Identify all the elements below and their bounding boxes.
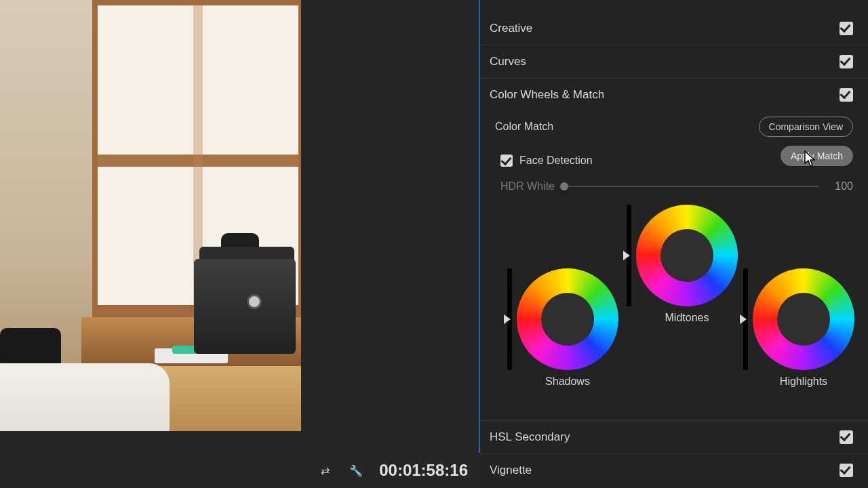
section-title: Curves — [490, 55, 526, 68]
section-toggle-creative[interactable] — [840, 22, 853, 35]
hdr-white-value[interactable]: 100 — [829, 180, 853, 192]
swap-icon[interactable]: ⇄ — [317, 464, 333, 477]
slider-thumb-icon[interactable] — [623, 251, 630, 260]
slider-thumb-icon[interactable] — [504, 314, 511, 324]
color-wheels: Shadows Midtones Highlights — [495, 205, 853, 408]
section-header-vignette[interactable]: Vignette — [480, 454, 868, 487]
hdr-white-row: HDR White 100 — [495, 180, 853, 192]
section-header-curves[interactable]: Curves — [480, 45, 868, 78]
hdr-white-slider-thumb[interactable] — [560, 182, 568, 190]
color-match-body: Color Match Comparison View Face Detecti… — [480, 117, 868, 420]
section-toggle-hsl[interactable] — [840, 430, 853, 444]
wheel-midtones[interactable]: Midtones — [627, 205, 738, 324]
wheel-label: Midtones — [636, 312, 738, 324]
shadows-luma-slider[interactable] — [507, 268, 512, 370]
comparison-view-button[interactable]: Comparison View — [759, 117, 853, 137]
preview-toolbar: ⇄ 🔧 00:01:58:16 — [0, 453, 480, 488]
section-toggle-curves[interactable] — [840, 55, 853, 68]
wheel-highlights[interactable]: Highlights — [743, 268, 854, 388]
section-title: Color Wheels & Match — [490, 88, 604, 102]
hdr-white-slider[interactable] — [564, 186, 819, 187]
face-detection-checkbox[interactable] — [500, 155, 513, 167]
section-header-cwm[interactable]: Color Wheels & Match — [480, 79, 868, 111]
wheel-label: Highlights — [753, 375, 854, 388]
program-monitor[interactable] — [0, 0, 301, 431]
highlights-luma-slider[interactable] — [743, 268, 748, 370]
midtones-luma-slider[interactable] — [627, 205, 631, 306]
section-curves: Curves — [480, 45, 868, 78]
wheel-label: Shadows — [517, 375, 618, 388]
app-root: ⇄ 🔧 00:01:58:16 Creative Curves Color Wh… — [0, 0, 868, 488]
section-color-wheels-match: Color Wheels & Match Color Match Compari… — [480, 78, 868, 420]
slider-thumb-icon[interactable] — [740, 314, 747, 324]
section-header-hsl[interactable]: HSL Secondary — [480, 421, 868, 453]
hdr-white-label: HDR White — [500, 180, 555, 192]
section-vignette: Vignette — [480, 453, 868, 487]
section-toggle-vignette[interactable] — [840, 464, 853, 477]
section-creative: Creative — [480, 12, 868, 45]
midtones-color-wheel[interactable] — [636, 205, 738, 306]
face-detection-label: Face Detection — [519, 155, 593, 167]
shadows-color-wheel[interactable] — [517, 268, 618, 370]
timecode-display[interactable]: 00:01:58:16 — [379, 461, 468, 480]
section-toggle-cwm[interactable] — [840, 88, 853, 102]
section-title: Creative — [490, 22, 532, 35]
color-match-title: Color Match — [495, 121, 553, 133]
highlights-color-wheel[interactable] — [753, 268, 854, 370]
wheel-shadows[interactable]: Shadows — [507, 268, 618, 388]
lumetri-panel: Creative Curves Color Wheels & Match Col… — [480, 0, 868, 488]
wrench-icon[interactable]: 🔧 — [348, 464, 364, 477]
preview-pane: ⇄ 🔧 00:01:58:16 — [0, 0, 480, 488]
section-hsl-secondary: HSL Secondary — [480, 420, 868, 453]
apply-match-button[interactable]: Apply Match — [781, 146, 853, 166]
section-header-creative[interactable]: Creative — [480, 12, 868, 45]
section-title: Vignette — [490, 464, 532, 477]
section-title: HSL Secondary — [490, 430, 570, 444]
face-detection-row: Face Detection — [495, 155, 593, 167]
